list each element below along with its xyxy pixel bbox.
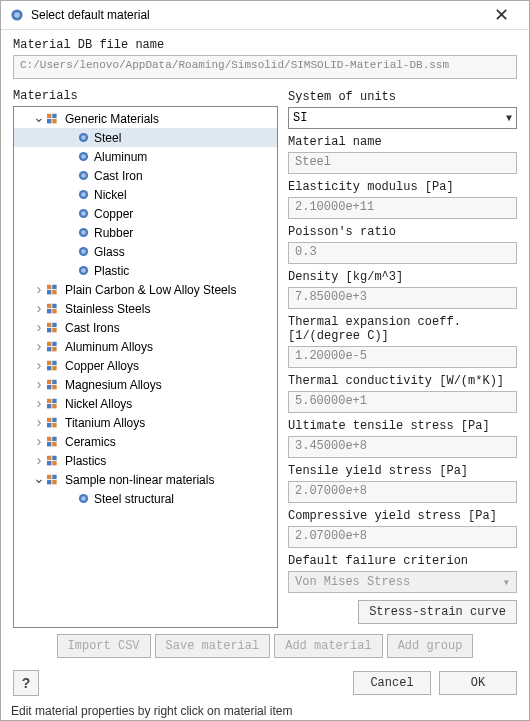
svg-rect-28 <box>47 309 51 313</box>
close-icon[interactable]: ✕ <box>481 1 521 29</box>
tree-item[interactable]: Cast Irons <box>14 318 277 337</box>
material-name-label: Material name <box>288 135 517 149</box>
tree-item[interactable]: Ceramics <box>14 432 277 451</box>
criterion-label: Default failure criterion <box>288 554 517 568</box>
materials-label: Materials <box>13 89 278 103</box>
svg-rect-62 <box>47 474 51 478</box>
cancel-button[interactable]: Cancel <box>353 671 431 695</box>
expand-icon[interactable] <box>32 358 46 374</box>
save-material-button[interactable]: Save material <box>155 634 271 658</box>
expand-icon[interactable] <box>32 339 46 355</box>
tree-item[interactable]: Aluminum Alloys <box>14 337 277 356</box>
svg-rect-36 <box>47 347 51 351</box>
svg-rect-24 <box>47 290 51 294</box>
add-group-button[interactable]: Add group <box>387 634 474 658</box>
svg-rect-41 <box>52 366 56 370</box>
category-icon <box>46 435 62 449</box>
tree-label: Copper Alloys <box>65 359 139 373</box>
elasticity-label: Elasticity modulus [Pa] <box>288 180 517 194</box>
svg-rect-33 <box>52 328 56 332</box>
tree-item[interactable]: Magnesium Alloys <box>14 375 277 394</box>
svg-rect-23 <box>52 284 56 288</box>
material-icon <box>76 131 90 145</box>
material-icon <box>76 150 90 164</box>
material-icon <box>76 245 90 259</box>
svg-rect-38 <box>47 360 51 364</box>
material-icon <box>76 226 90 240</box>
units-select[interactable]: SI ▼ <box>288 107 517 129</box>
expand-icon[interactable] <box>32 111 46 127</box>
tree-item[interactable]: Steel <box>14 128 277 147</box>
tree-item[interactable]: Plastic <box>14 261 277 280</box>
svg-rect-64 <box>47 480 51 484</box>
tree-label: Generic Materials <box>65 112 159 126</box>
category-icon <box>46 397 62 411</box>
tree-item[interactable]: Plain Carbon & Low Alloy Steels <box>14 280 277 299</box>
svg-rect-5 <box>52 119 56 123</box>
tree-label: Magnesium Alloys <box>65 378 162 392</box>
mid-buttons-row: Import CSV Save material Add material Ad… <box>13 628 517 664</box>
svg-rect-48 <box>47 404 51 408</box>
expand-icon[interactable] <box>32 320 46 336</box>
ok-button[interactable]: OK <box>439 671 517 695</box>
stress-strain-button[interactable]: Stress-strain curve <box>358 600 517 624</box>
expand-icon[interactable] <box>32 415 46 431</box>
content: Material DB file name C:/Users/lenovo/Ap… <box>1 30 529 668</box>
tree-item[interactable]: Glass <box>14 242 277 261</box>
tree-label: Plain Carbon & Low Alloy Steels <box>65 283 236 297</box>
expand-icon[interactable] <box>32 377 46 393</box>
tree-item[interactable]: Generic Materials <box>14 109 277 128</box>
db-path-field: C:/Users/lenovo/AppData/Roaming/Simsolid… <box>13 55 517 79</box>
tree-label: Cast Iron <box>94 169 143 183</box>
expand-icon[interactable] <box>32 434 46 450</box>
svg-rect-26 <box>47 303 51 307</box>
tree-label: Nickel Alloys <box>65 397 132 411</box>
uts-label: Ultimate tensile stress [Pa] <box>288 419 517 433</box>
svg-rect-3 <box>52 113 56 117</box>
tree-item[interactable]: Steel structural <box>14 489 277 508</box>
tree-item[interactable]: Nickel <box>14 185 277 204</box>
properties-column: System of units SI ▼ Material name Steel… <box>288 89 517 628</box>
units-label: System of units <box>288 90 517 104</box>
svg-point-19 <box>81 249 86 254</box>
thermal-cond-field: 5.60000e+1 <box>288 391 517 413</box>
expand-icon[interactable] <box>32 301 46 317</box>
tree-item[interactable]: Sample non-linear materials <box>14 470 277 489</box>
expand-icon[interactable] <box>32 396 46 412</box>
expand-icon[interactable] <box>32 472 46 488</box>
tree-item[interactable]: Stainless Steels <box>14 299 277 318</box>
svg-rect-60 <box>47 461 51 465</box>
tree-label: Ceramics <box>65 435 116 449</box>
app-icon <box>9 7 25 23</box>
svg-rect-29 <box>52 309 56 313</box>
materials-tree[interactable]: Generic MaterialsSteelAluminumCast IronN… <box>13 106 278 628</box>
svg-rect-2 <box>47 113 51 117</box>
poisson-label: Poisson's ratio <box>288 225 517 239</box>
tree-item[interactable]: Nickel Alloys <box>14 394 277 413</box>
add-material-button[interactable]: Add material <box>274 634 382 658</box>
svg-rect-40 <box>47 366 51 370</box>
svg-rect-61 <box>52 461 56 465</box>
cys-field: 2.07000e+8 <box>288 526 517 548</box>
import-csv-button[interactable]: Import CSV <box>57 634 151 658</box>
svg-rect-55 <box>52 436 56 440</box>
tree-item[interactable]: Cast Iron <box>14 166 277 185</box>
main-row: Materials Generic MaterialsSteelAluminum… <box>13 89 517 628</box>
tree-item[interactable]: Copper Alloys <box>14 356 277 375</box>
poisson-field: 0.3 <box>288 242 517 264</box>
tree-item[interactable]: Titanium Alloys <box>14 413 277 432</box>
help-button[interactable]: ? <box>13 670 39 696</box>
expand-icon[interactable] <box>32 453 46 469</box>
expand-icon[interactable] <box>32 282 46 298</box>
tys-field: 2.07000e+8 <box>288 481 517 503</box>
tree-item[interactable]: Copper <box>14 204 277 223</box>
svg-point-9 <box>81 154 86 159</box>
stress-curve-row: Stress-strain curve <box>288 600 517 624</box>
thermal-exp-label: Thermal expansion coeff. [1/(degree C)] <box>288 315 517 343</box>
cys-label: Compressive yield stress [Pa] <box>288 509 517 523</box>
tree-item[interactable]: Plastics <box>14 451 277 470</box>
window-title: Select default material <box>31 8 481 22</box>
tree-label: Copper <box>94 207 133 221</box>
tree-item[interactable]: Rubber <box>14 223 277 242</box>
tree-item[interactable]: Aluminum <box>14 147 277 166</box>
